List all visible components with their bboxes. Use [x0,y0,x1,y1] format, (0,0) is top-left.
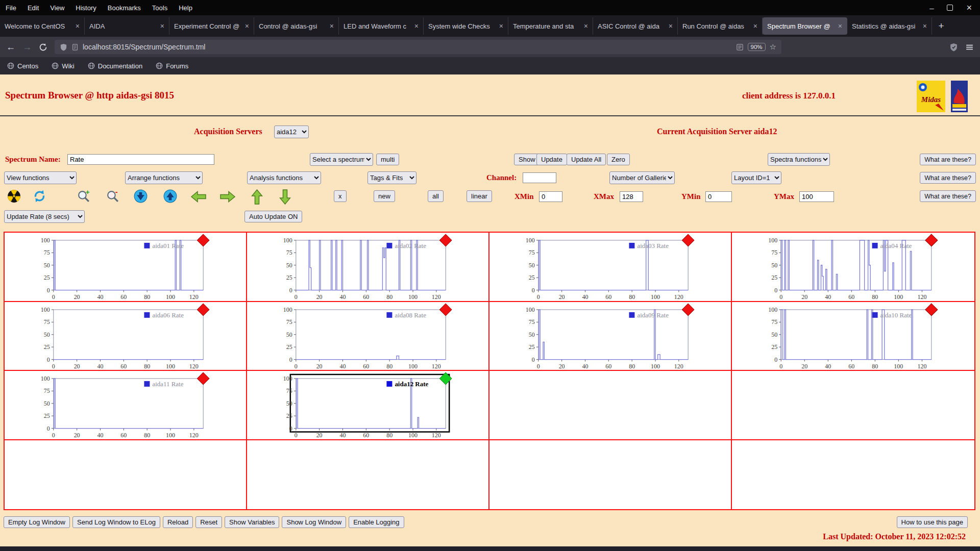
new-button[interactable]: new [374,190,395,202]
tab-aida[interactable]: AIDA× [85,17,169,35]
menu-view[interactable]: View [44,4,70,12]
spectrum-chart[interactable]: 0255075100020406080100120aida02 Rate [247,233,488,301]
number-of-galleries-dropdown[interactable]: Number of Galleries [609,171,675,184]
tab-close-icon[interactable]: × [414,22,419,30]
url-text[interactable]: localhost:8015/Spectrum/Spectrum.tml [83,43,732,51]
close-button[interactable]: × [966,3,972,12]
menu-help[interactable]: Help [173,4,198,12]
ymax-input[interactable] [799,191,834,202]
menu-tools[interactable]: Tools [146,4,173,12]
how-to-use-button[interactable]: How to use this page [897,516,968,528]
what-are-these-button-3[interactable]: What are these? [920,190,976,202]
gallery-cell-aida08-rate[interactable]: 0255075100020406080100120aida08 Rate [247,302,489,371]
spectrum-name-input[interactable] [67,154,214,165]
tab-experiment-control[interactable]: Experiment Control @× [169,17,254,35]
spectra-functions-dropdown[interactable]: Spectra functions [768,153,830,166]
spectrum-chart[interactable]: 0255075100020406080100120aida03 Rate [489,233,731,301]
gallery-cell-aida11-rate[interactable]: 0255075100020406080100120aida11 Rate [5,371,247,440]
arrange-functions-dropdown[interactable]: Arrange functions [125,171,203,184]
tab-control-aidas-gsi[interactable]: Control @ aidas-gsi× [254,17,339,35]
tab-close-icon[interactable]: × [669,22,673,30]
scale-down-icon[interactable] [134,189,148,203]
tags-fits-dropdown[interactable]: Tags & Fits [368,171,416,184]
url-bar[interactable]: localhost:8015/Spectrum/Spectrum.tml 90%… [55,40,781,54]
tab-close-icon[interactable]: × [160,22,164,30]
zero-button[interactable]: Zero [607,154,630,165]
minimize-button[interactable]: – [929,4,934,12]
spectrum-chart[interactable]: 0255075100020406080100120aida10 Rate [732,302,974,370]
spectrum-chart[interactable]: 0255075100020406080100120aida01 Rate [5,233,246,301]
multi-button[interactable]: multi [376,154,399,165]
scale-up-icon[interactable] [163,189,177,203]
extension-shield-icon[interactable] [949,43,958,52]
gallery-cell-aida10-rate[interactable]: 0255075100020406080100120aida10 Rate [732,302,974,371]
gallery-cell-aida03-rate[interactable]: 0255075100020406080100120aida03 Rate [489,233,732,302]
gallery-cell-aida01-rate[interactable]: 0255075100020406080100120aida01 Rate [5,233,247,302]
enable-logging-button[interactable]: Enable Logging [349,516,404,528]
update-button[interactable]: Update [536,154,567,165]
gallery-cell-aida02-rate[interactable]: 0255075100020406080100120aida02 Rate [247,233,489,302]
tracking-protection-icon[interactable] [60,43,67,51]
site-info-icon[interactable] [71,43,79,51]
gallery-cell-aida12-rate[interactable]: 0255075100020406080100120aida12 Rate [247,371,489,440]
tab-close-icon[interactable]: × [499,22,503,30]
send-log-window-to-elog-button[interactable]: Send Log Window to ELog [72,516,160,528]
tab-welcome-to-centos[interactable]: Welcome to CentOS× [0,17,85,35]
show-button[interactable]: Show [514,154,540,165]
what-are-these-button-1[interactable]: What are these? [920,154,976,165]
spectrum-chart[interactable]: 0255075100020406080100120aida11 Rate [5,371,246,439]
update-rate-dropdown[interactable]: Update Rate (8 secs) [4,210,85,223]
bookmark-star-icon[interactable]: ☆ [770,42,776,52]
zoom-out-icon[interactable]: - [106,189,119,203]
new-tab-button[interactable]: + [932,20,950,32]
xmax-input[interactable] [620,191,643,202]
spectrum-chart[interactable]: 0255075100020406080100120aida12 Rate [247,371,488,439]
channel-input[interactable] [523,172,556,183]
menu-hamburger-icon[interactable] [965,43,974,52]
what-are-these-button-2[interactable]: What are these? [920,172,976,184]
tab-system-wide-checks[interactable]: System wide Checks× [424,17,508,35]
menu-edit[interactable]: Edit [22,4,44,12]
update-all-button[interactable]: Update All [567,154,606,165]
layout-id-dropdown[interactable]: Layout ID=1 [731,171,781,184]
spectrum-chart[interactable]: 0255075100020406080100120aida04 Rate [732,233,974,301]
tab-close-icon[interactable]: × [923,22,927,30]
auto-update-button[interactable]: Auto Update ON [244,211,302,222]
reader-mode-icon[interactable] [736,43,744,51]
reset-button[interactable]: Reset [195,516,222,528]
zoom-in-icon[interactable]: + [77,189,90,203]
tab-temperature-and-sta[interactable]: Temperature and sta× [508,17,593,35]
refresh-icon[interactable] [33,189,46,203]
tab-close-icon[interactable]: × [245,22,249,30]
x-button[interactable]: x [334,190,347,202]
reload-button[interactable]: Reload [163,516,193,528]
bookmark-documentation[interactable]: Documentation [88,62,142,70]
tab-run-control-aidas[interactable]: Run Control @ aidas× [678,17,763,35]
radiation-icon[interactable] [7,189,21,203]
spectrum-chart[interactable]: 0255075100020406080100120aida08 Rate [247,302,488,370]
zoom-indicator[interactable]: 90% [748,43,766,51]
linear-button[interactable]: linear [467,190,492,202]
gallery-cell-aida09-rate[interactable]: 0255075100020406080100120aida09 Rate [489,302,732,371]
ymin-input[interactable] [705,191,732,202]
tab-close-icon[interactable]: × [76,22,80,30]
view-functions-dropdown[interactable]: View functions [4,171,77,184]
spectrum-chart[interactable]: 0255075100020406080100120aida09 Rate [489,302,731,370]
analysis-functions-dropdown[interactable]: Analysis functions [247,171,321,184]
reload-button[interactable] [39,43,47,52]
menu-bookmarks[interactable]: Bookmarks [102,4,146,12]
tab-led-and-waveform-c[interactable]: LED and Waveform c× [339,17,424,35]
gallery-cell-aida06-rate[interactable]: 0255075100020406080100120aida06 Rate [5,302,247,371]
arrow-down-icon[interactable] [279,189,291,205]
back-button[interactable]: ← [6,42,15,52]
show-variables-button[interactable]: Show Variables [225,516,279,528]
bookmark-centos[interactable]: Centos [7,62,38,70]
gallery-cell-aida04-rate[interactable]: 0255075100020406080100120aida04 Rate [732,233,974,302]
bookmark-forums[interactable]: Forums [156,62,188,70]
maximize-button[interactable] [947,4,953,12]
menu-file[interactable]: File [0,4,22,12]
forward-button[interactable]: → [22,42,32,52]
tab-close-icon[interactable]: × [838,22,842,30]
tab-statistics-aidas-gsi[interactable]: Statistics @ aidas-gsi× [847,17,932,35]
select-spectrum-dropdown[interactable]: Select a spectrum [310,153,373,166]
